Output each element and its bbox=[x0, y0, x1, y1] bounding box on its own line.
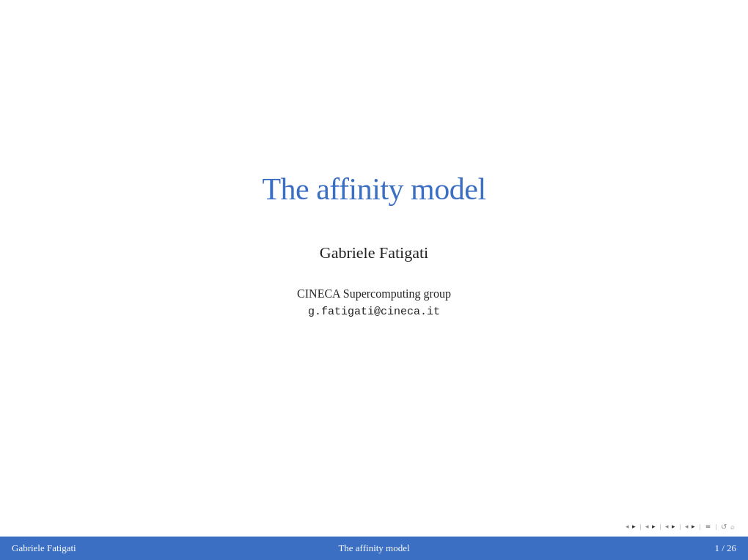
footer-author: Gabriele Fatigati bbox=[0, 542, 147, 554]
navigation-controls[interactable]: ◂ ▸ ◂ ▸ ◂ ▸ ◂ ▸ ≡ ↺ ⌕ bbox=[624, 521, 736, 532]
nav-divider-5 bbox=[716, 524, 716, 530]
nav-left-arrow-2[interactable]: ◂ bbox=[644, 523, 650, 531]
slide-content: The affinity model Gabriele Fatigati CIN… bbox=[0, 0, 748, 537]
nav-arrow-group-3[interactable]: ◂ ▸ bbox=[664, 523, 677, 531]
nav-divider-1 bbox=[640, 524, 641, 530]
affiliation-org: CINECA Supercomputing group bbox=[297, 284, 451, 303]
nav-right-arrow-3[interactable]: ▸ bbox=[670, 523, 677, 531]
align-icon[interactable]: ≡ bbox=[703, 521, 713, 532]
affiliation-email: g.fatigati@cineca.it bbox=[297, 303, 451, 321]
slide-author: Gabriele Fatigati bbox=[320, 243, 428, 262]
nav-left-arrow-4[interactable]: ◂ bbox=[683, 523, 690, 531]
nav-right-arrow-1[interactable]: ▸ bbox=[631, 523, 637, 531]
nav-left-arrow-3[interactable]: ◂ bbox=[664, 523, 670, 531]
nav-divider-3 bbox=[680, 524, 681, 530]
slide-affiliation: CINECA Supercomputing group g.fatigati@c… bbox=[297, 284, 451, 321]
undo-icon[interactable]: ↺ bbox=[719, 523, 728, 531]
nav-right-arrow-2[interactable]: ▸ bbox=[650, 523, 657, 531]
nav-left-arrow-1[interactable]: ◂ bbox=[624, 523, 631, 531]
footer-title: The affinity model bbox=[147, 542, 601, 554]
nav-arrow-group-1[interactable]: ◂ ▸ bbox=[624, 523, 637, 531]
footer-bar: Gabriele Fatigati The affinity model 1 /… bbox=[0, 537, 748, 560]
nav-divider-2 bbox=[660, 524, 661, 530]
nav-arrow-group-4[interactable]: ◂ ▸ bbox=[683, 523, 697, 531]
footer-page: 1 / 26 bbox=[601, 542, 748, 554]
nav-arrow-group-2[interactable]: ◂ ▸ bbox=[644, 523, 657, 531]
slide-container: The affinity model Gabriele Fatigati CIN… bbox=[0, 0, 748, 560]
zoom-icon[interactable]: ⌕ bbox=[729, 523, 736, 531]
nav-divider-4 bbox=[700, 524, 700, 530]
nav-undo-group[interactable]: ↺ ⌕ bbox=[719, 523, 736, 531]
nav-right-arrow-4[interactable]: ▸ bbox=[690, 523, 697, 531]
slide-title: The affinity model bbox=[262, 172, 485, 207]
